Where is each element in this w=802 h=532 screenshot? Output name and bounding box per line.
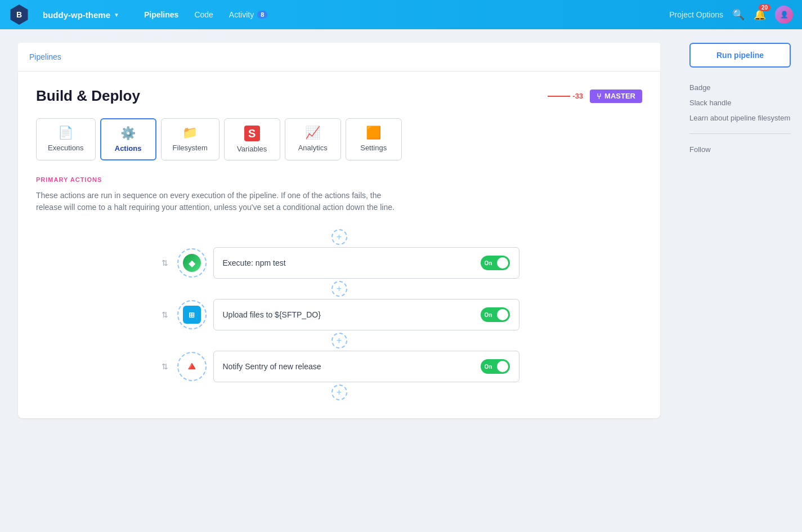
settings-icon: 🟧 (366, 126, 381, 140)
commit-indicator: -33 (548, 92, 583, 100)
project-options-link[interactable]: Project Options (669, 10, 723, 19)
toggle-text-2: On (485, 312, 492, 318)
commit-line (548, 96, 570, 97)
tab-actions-label: Actions (115, 144, 142, 153)
pipeline-tabs: 📄 Executions ⚙️ Actions 📁 Filesystem S V… (36, 118, 642, 160)
avatar-initials: 👤 (780, 11, 788, 19)
section-description: These actions are run in sequence on eve… (36, 190, 396, 213)
right-sidebar: Run pipeline Badge Slack handle Learn ab… (678, 29, 802, 532)
toggle-text-3: On (485, 364, 492, 370)
action-row: ⇅ ◆ Execute: npm test On (159, 247, 519, 279)
pipeline-header: Build & Deploy -33 ⑂ MASTER (36, 87, 642, 105)
toggle-text-1: On (485, 260, 492, 266)
tab-settings[interactable]: 🟧 Settings (346, 118, 402, 160)
nav-links: Pipelines Code Activity 8 (137, 7, 274, 23)
search-icon[interactable]: 🔍 (732, 8, 745, 21)
toggle-3[interactable]: On (481, 359, 510, 374)
notifications-bell[interactable]: 🔔 20 (754, 8, 766, 21)
pipeline-card: Build & Deploy -33 ⑂ MASTER 📄 Execut (18, 71, 660, 418)
tab-filesystem[interactable]: 📁 Filesystem (161, 118, 219, 160)
action-box-3[interactable]: Notify Sentry of new release On (213, 351, 519, 382)
action-icon-wrap-1: ◆ (177, 248, 207, 278)
variables-icon: S (244, 126, 260, 141)
action-label-3: Notify Sentry of new release (223, 362, 321, 371)
actions-icon: ⚙️ (120, 126, 136, 141)
tab-executions[interactable]: 📄 Executions (36, 118, 96, 160)
add-action-bottom[interactable]: + (331, 385, 347, 400)
logo[interactable]: B (9, 5, 29, 25)
pipeline-meta: -33 ⑂ MASTER (548, 90, 642, 103)
tab-actions[interactable]: ⚙️ Actions (100, 118, 156, 160)
sidebar-divider (689, 133, 791, 134)
tab-executions-label: Executions (48, 144, 84, 152)
drag-handle-3[interactable]: ⇅ (159, 362, 171, 371)
sidebar-filesystem-link[interactable]: Learn about pipeline filesystem (689, 114, 791, 122)
action-icon-wrap-2: ⊞ (177, 300, 207, 329)
breadcrumb[interactable]: Pipelines (29, 52, 61, 61)
sidebar-badge-link[interactable]: Badge (689, 83, 791, 92)
logo-letter: B (16, 10, 22, 19)
drag-handle-1[interactable]: ⇅ (159, 258, 171, 267)
tab-analytics-label: Analytics (298, 144, 328, 152)
pipeline-title: Build & Deploy (36, 87, 140, 105)
branch-badge[interactable]: ⑂ MASTER (590, 90, 642, 103)
project-name-dropdown[interactable]: buddy-wp-theme ▼ (43, 10, 119, 20)
chevron-down-icon: ▼ (114, 12, 119, 18)
commit-number: -33 (572, 92, 583, 100)
topnav: B buddy-wp-theme ▼ Pipelines Code Activi… (0, 0, 802, 29)
action-box-1[interactable]: Execute: npm test On (213, 247, 519, 279)
activity-badge: 8 (257, 11, 267, 19)
breadcrumb-bar: Pipelines (18, 43, 660, 71)
npm-test-icon: ◆ (183, 254, 201, 272)
analytics-icon: 📈 (305, 126, 320, 140)
sentry-icon-wrap: 🔺 (181, 355, 203, 378)
nav-right: Project Options 🔍 🔔 20 👤 (669, 6, 793, 24)
tab-variables[interactable]: S Variables (224, 118, 280, 160)
sftp-icon: ⊞ (183, 306, 201, 324)
toggle-2[interactable]: On (481, 307, 510, 322)
sidebar-slack-link[interactable]: Slack handle (689, 99, 791, 107)
action-row-3: ⇅ 🔺 Notify Sentry of new release On (159, 351, 519, 382)
sidebar-links: Badge Slack handle Learn about pipeline … (689, 83, 791, 154)
run-pipeline-button[interactable]: Run pipeline (689, 43, 791, 68)
action-box-2[interactable]: Upload files to ${SFTP_DO} On (213, 299, 519, 330)
add-action-top[interactable]: + (331, 229, 347, 245)
toggle-knob-3 (497, 361, 508, 372)
section-label: PRIMARY ACTIONS (36, 176, 642, 183)
actions-list: + ⇅ ◆ Execute: npm test On (36, 227, 642, 403)
action-row-2: ⇅ ⊞ Upload files to ${SFTP_DO} On (159, 299, 519, 330)
add-action-middle-2[interactable]: + (331, 333, 347, 348)
sftp-icon-wrap: ⊞ (181, 303, 203, 326)
executions-icon: 📄 (58, 126, 73, 140)
branch-name: MASTER (604, 92, 635, 100)
toggle-1[interactable]: On (481, 256, 510, 270)
branch-icon: ⑂ (597, 92, 601, 101)
page-layout: Pipelines Build & Deploy -33 ⑂ MASTER (0, 29, 802, 532)
user-avatar[interactable]: 👤 (775, 6, 793, 24)
toggle-knob-2 (497, 309, 508, 320)
add-action-middle-1[interactable]: + (331, 281, 347, 297)
nav-pipelines[interactable]: Pipelines (137, 7, 185, 23)
tab-variables-label: Variables (237, 145, 267, 153)
action-label-2: Upload files to ${SFTP_DO} (223, 310, 321, 319)
tab-analytics[interactable]: 📈 Analytics (285, 118, 341, 160)
main-content: Pipelines Build & Deploy -33 ⑂ MASTER (0, 29, 678, 532)
tab-settings-label: Settings (360, 144, 387, 152)
gem-icon: ◆ (189, 258, 195, 269)
sentry-icon: 🔺 (184, 359, 199, 374)
action-label-1: Execute: npm test (223, 258, 286, 267)
nav-activity[interactable]: Activity 8 (222, 7, 274, 23)
drag-handle-2[interactable]: ⇅ (159, 310, 171, 319)
filesystem-icon: 📁 (182, 126, 198, 140)
toggle-knob-1 (497, 257, 508, 269)
action-icon-wrap-3: 🔺 (177, 352, 207, 381)
nav-code[interactable]: Code (187, 7, 219, 23)
sidebar-follow-link[interactable]: Follow (689, 145, 791, 154)
tab-filesystem-label: Filesystem (173, 144, 208, 152)
notification-count: 20 (759, 4, 770, 11)
